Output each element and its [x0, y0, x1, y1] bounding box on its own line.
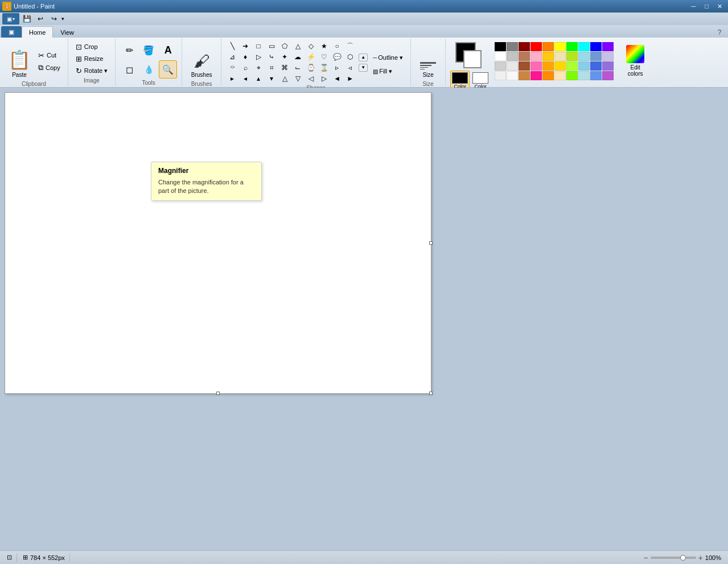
- shape-misc-16[interactable]: ▽: [291, 73, 304, 84]
- palette-color-item[interactable]: [495, 61, 506, 71]
- palette-color-item[interactable]: [530, 61, 542, 71]
- palette-color-item[interactable]: [590, 71, 602, 80]
- shape-misc-10[interactable]: ◃: [344, 63, 356, 73]
- zoom-slider[interactable]: [651, 557, 696, 559]
- shape-misc-12[interactable]: ◂: [239, 73, 252, 84]
- tab-file[interactable]: ▣: [1, 26, 22, 38]
- palette-color-item[interactable]: [542, 42, 554, 51]
- tab-home[interactable]: Home: [22, 26, 53, 38]
- shape-star[interactable]: ★: [318, 41, 330, 51]
- resize-handle-right[interactable]: [429, 241, 433, 245]
- palette-color-item[interactable]: [519, 52, 530, 61]
- crop-button[interactable]: ⊡ Crop: [73, 41, 110, 52]
- palette-color-item[interactable]: [578, 42, 590, 51]
- file-menu-button[interactable]: ▣ ▾: [2, 13, 19, 24]
- palette-color-item[interactable]: [530, 52, 542, 61]
- palette-color-item[interactable]: [602, 42, 614, 51]
- shape-misc-11[interactable]: ▸: [226, 73, 238, 84]
- shape-line[interactable]: ╲: [226, 41, 238, 51]
- shape-heart[interactable]: ♡: [318, 52, 330, 62]
- palette-color-item[interactable]: [495, 52, 506, 61]
- shape-right-arrow[interactable]: ▷: [252, 52, 265, 62]
- palette-color-item[interactable]: [554, 61, 566, 71]
- tab-view[interactable]: View: [53, 26, 81, 38]
- palette-color-item[interactable]: [566, 71, 578, 80]
- quick-access-dropdown[interactable]: ▾: [61, 16, 64, 22]
- eraser-tool[interactable]: ◻: [120, 60, 138, 79]
- shape-pentagon[interactable]: ⬠: [278, 41, 291, 51]
- palette-color-item[interactable]: [590, 42, 602, 51]
- palette-color-item[interactable]: [542, 71, 554, 80]
- shape-misc-9[interactable]: ▹: [331, 63, 343, 73]
- shape-misc-2[interactable]: ⌕: [239, 63, 252, 73]
- shape-round-rect[interactable]: ▭: [265, 41, 278, 51]
- shape-misc-13[interactable]: ▴: [252, 73, 265, 84]
- undo-button[interactable]: ↩: [34, 14, 47, 24]
- shape-misc-8[interactable]: ⌛: [318, 63, 330, 73]
- shape-lightning[interactable]: ⚡: [305, 52, 317, 62]
- palette-color-item[interactable]: [554, 71, 566, 80]
- resize-button[interactable]: ⊞ Resize: [73, 53, 110, 64]
- palette-color-item[interactable]: [507, 52, 518, 61]
- palette-color-item[interactable]: [507, 42, 518, 51]
- palette-color-item[interactable]: [602, 52, 614, 61]
- palette-color-item[interactable]: [590, 52, 602, 61]
- zoom-minus-button[interactable]: −: [643, 553, 648, 562]
- color2-swatch[interactable]: [463, 50, 482, 68]
- shapes-scroll-up[interactable]: ▲: [359, 53, 368, 61]
- shape-misc-1[interactable]: ⌔: [226, 63, 238, 73]
- palette-color-item[interactable]: [566, 42, 578, 51]
- redo-button[interactable]: ↪: [48, 14, 60, 24]
- shape-cloud[interactable]: ☁: [291, 52, 304, 62]
- shape-misc-14[interactable]: ▾: [265, 73, 278, 84]
- paste-button[interactable]: 📋 Paste: [5, 41, 34, 80]
- palette-color-item[interactable]: [554, 42, 566, 51]
- shape-circle[interactable]: ○: [331, 41, 343, 51]
- shape-misc-7[interactable]: ⌚: [305, 63, 317, 73]
- palette-color-item[interactable]: [530, 71, 542, 80]
- palette-color-item[interactable]: [602, 71, 614, 80]
- size-button[interactable]: Size: [416, 41, 441, 80]
- rotate-button[interactable]: ↻ Rotate ▾: [73, 65, 110, 76]
- help-button[interactable]: ?: [713, 27, 726, 38]
- minimize-button[interactable]: ─: [688, 1, 700, 11]
- text-tool[interactable]: A: [159, 41, 177, 59]
- drawing-canvas[interactable]: [5, 92, 431, 394]
- shape-misc-4[interactable]: ⌗: [265, 63, 278, 73]
- zoom-thumb[interactable]: [680, 555, 686, 561]
- palette-color-item[interactable]: [578, 61, 590, 71]
- maximize-button[interactable]: □: [701, 1, 713, 11]
- shape-misc-5[interactable]: ⌘: [278, 63, 291, 73]
- palette-color-item[interactable]: [566, 52, 578, 61]
- shape-misc-17[interactable]: ◁: [305, 73, 317, 84]
- palette-color-item[interactable]: [519, 71, 530, 80]
- brushes-button[interactable]: 🖌 Brushes: [187, 41, 216, 80]
- color-picker-tool[interactable]: 💧: [139, 60, 158, 79]
- palette-color-item[interactable]: [507, 61, 518, 71]
- palette-color-item[interactable]: [530, 42, 542, 51]
- close-button[interactable]: ✕: [714, 1, 726, 11]
- palette-color-item[interactable]: [519, 42, 530, 51]
- palette-color-item[interactable]: [519, 61, 530, 71]
- fill-button[interactable]: ▨ Fill ▾: [370, 65, 406, 78]
- shape-diamond2[interactable]: ♦: [239, 52, 252, 62]
- shape-4point-star[interactable]: ✦: [278, 52, 291, 62]
- palette-color-item[interactable]: [578, 52, 590, 61]
- shape-curved-arrow[interactable]: ⤷: [265, 52, 278, 62]
- palette-color-item[interactable]: [590, 61, 602, 71]
- shape-misc-20[interactable]: ►: [344, 73, 356, 84]
- shape-misc-18[interactable]: ▷: [318, 73, 330, 84]
- magnifier-tool[interactable]: 🔍: [159, 60, 177, 79]
- shape-callout[interactable]: 💬: [331, 52, 343, 62]
- shape-right-triangle[interactable]: ⊿: [226, 52, 238, 62]
- palette-color-item[interactable]: [542, 61, 554, 71]
- shape-misc-3[interactable]: ⌖: [252, 63, 265, 73]
- shape-misc-19[interactable]: ◄: [331, 73, 343, 84]
- pencil-tool[interactable]: ✏: [120, 41, 138, 59]
- palette-color-item[interactable]: [554, 52, 566, 61]
- palette-color-item[interactable]: [495, 42, 506, 51]
- shape-rect[interactable]: □: [252, 41, 265, 51]
- resize-handle-corner[interactable]: [429, 392, 433, 395]
- save-button[interactable]: 💾: [20, 14, 33, 24]
- copy-button[interactable]: ⧉ Copy: [35, 62, 63, 73]
